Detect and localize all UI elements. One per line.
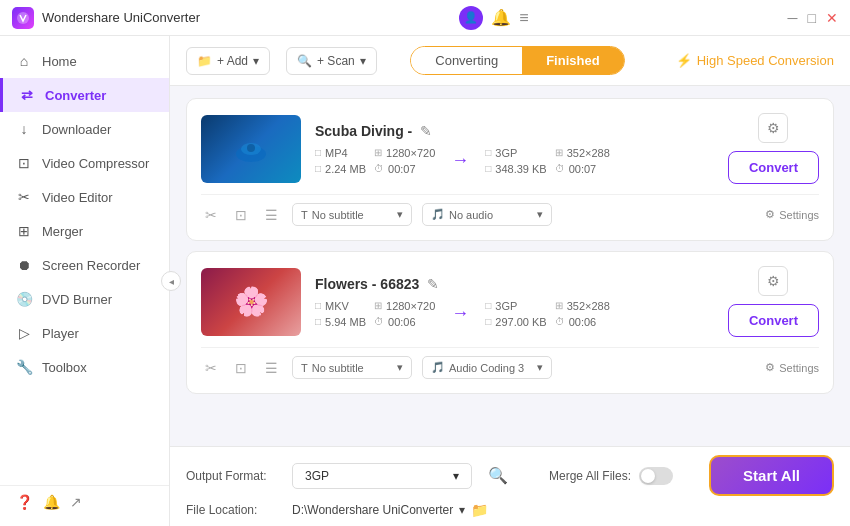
item2-info: Flowers - 66823 ✎ □ MKV □ [315,276,706,328]
item1-thumbnail [201,115,301,183]
location-chevron-icon: ▾ [459,503,465,517]
item2-settings-button[interactable]: ⚙ Settings [765,361,819,374]
item1-title: Scuba Diving - [315,123,412,139]
item2-gear-button[interactable]: ⚙ [758,266,788,296]
item2-target: □ 3GP □ 297.00 KB [485,300,546,328]
feedback-icon[interactable]: ↗ [70,494,82,510]
title-bar: Wondershare UniConverter 👤 🔔 ≡ ─ □ ✕ [0,0,850,36]
item1-info: Scuba Diving - ✎ □ MP4 □ [315,123,706,175]
sidebar-item-video-editor[interactable]: ✂ Video Editor [0,180,169,214]
sidebar-item-toolbox[interactable]: 🔧 Toolbox [0,350,169,384]
home-icon: ⌂ [16,53,32,69]
item1-source-dur: 00:07 [388,163,416,175]
arrow-icon-1: → [443,150,477,171]
sidebar-item-converter[interactable]: ⇄ Converter [0,78,169,112]
content-area: 📁 + Add ▾ 🔍 + Scan ▾ Converting Finished… [170,36,850,526]
item1-target: □ 3GP □ 348.39 KB [485,147,546,175]
sidebar-label-compressor: Video Compressor [42,156,149,171]
cut-icon-2[interactable]: ✂ [201,358,221,378]
merge-toggle-switch[interactable] [639,467,673,485]
add-files-button[interactable]: 📁 + Add ▾ [186,47,270,75]
output-format-select[interactable]: 3GP ▾ [292,463,472,489]
tab-finished[interactable]: Finished [522,47,623,74]
user-icon[interactable]: 👤 [459,6,483,30]
close-button[interactable]: ✕ [826,10,838,26]
downloader-icon: ↓ [16,121,32,137]
maximize-button[interactable]: □ [808,10,816,26]
notification-icon[interactable]: 🔔 [43,494,60,510]
item2-source-format: MKV [325,300,349,312]
format-icon: □ [315,147,321,158]
sidebar-item-screen-recorder[interactable]: ⏺ Screen Recorder [0,248,169,282]
sidebar-label-dvd: DVD Burner [42,292,112,307]
toolbox-icon: 🔧 [16,359,32,375]
sidebar-item-video-compressor[interactable]: ⊡ Video Compressor [0,146,169,180]
sidebar-item-home[interactable]: ⌂ Home [0,44,169,78]
format-scan-icon[interactable]: 🔍 [488,466,508,485]
scan-button[interactable]: 🔍 + Scan ▾ [286,47,377,75]
item1-source: □ MP4 □ 2.24 MB [315,147,366,175]
item2-target-size: 297.00 KB [495,316,546,328]
subtitle-chevron-1: ▾ [397,208,403,221]
high-speed-conversion[interactable]: ⚡ High Speed Conversion [676,53,834,68]
sidebar-item-merger[interactable]: ⊞ Merger [0,214,169,248]
more-icon-1[interactable]: ☰ [261,205,282,225]
sidebar-item-downloader[interactable]: ↓ Downloader [0,112,169,146]
cut-icon-1[interactable]: ✂ [201,205,221,225]
item2-format-icon: □ [315,300,321,311]
help-icon[interactable]: ❓ [16,494,33,510]
item1-target-extra: ⊞ 352×288 ⏱ 00:07 [555,147,610,175]
menu-icon[interactable]: ≡ [519,9,528,27]
sidebar-label-merger: Merger [42,224,83,239]
sidebar-item-player[interactable]: ▷ Player [0,316,169,350]
item2-thumbnail [201,268,301,336]
item1-target-size: 348.39 KB [495,163,546,175]
minimize-button[interactable]: ─ [788,10,798,26]
item1-target-format: 3GP [495,147,517,159]
item1-settings-button[interactable]: ⚙ Settings [765,208,819,221]
item2-source-res: 1280×720 [386,300,435,312]
item1-edit-icon[interactable]: ✎ [420,123,432,139]
item1-convert-button[interactable]: Convert [728,151,819,184]
window-controls[interactable]: ─ □ ✕ [788,10,838,26]
item2-target-dur: 00:06 [569,316,597,328]
app-title: Wondershare UniConverter [42,10,200,25]
item2-actions: ⚙ Convert [728,266,819,337]
audio-icon-1: 🎵 [431,208,445,221]
more-icon-2[interactable]: ☰ [261,358,282,378]
scan-icon: 🔍 [297,54,312,68]
start-all-button[interactable]: Start All [709,455,834,496]
sidebar-label-downloader: Downloader [42,122,111,137]
item1-gear-button[interactable]: ⚙ [758,113,788,143]
output-format-label: Output Format: [186,469,276,483]
audio-icon-2: 🎵 [431,361,445,374]
open-folder-icon[interactable]: 📁 [471,502,488,518]
item2-top: Flowers - 66823 ✎ □ MKV □ [201,266,819,337]
item2-subtitle-select[interactable]: T No subtitle ▾ [292,356,412,379]
item2-edit-icon[interactable]: ✎ [427,276,439,292]
item1-audio-select[interactable]: 🎵 No audio ▾ [422,203,552,226]
sidebar-bottom-icons: ❓ 🔔 ↗ [0,485,169,518]
item2-audio-select[interactable]: 🎵 Audio Coding 3 ▾ [422,356,552,379]
main-layout: ⌂ Home ⇄ Converter ↓ Downloader ⊡ Video … [0,36,850,526]
sidebar-item-dvd-burner[interactable]: 💿 DVD Burner [0,282,169,316]
tgt-dur-icon: ⏱ [555,163,565,174]
item1-bottom: ✂ ⊡ ☰ T No subtitle ▾ 🎵 No audio ▾ ⚙ [201,194,819,226]
sidebar-collapse-button[interactable]: ◂ [161,271,181,291]
item2-source-dur: 00:06 [388,316,416,328]
crop-icon-2[interactable]: ⊡ [231,358,251,378]
tab-converting[interactable]: Converting [411,47,522,74]
subtitle-chevron-2: ▾ [397,361,403,374]
tgt-res-icon: ⊞ [555,147,563,158]
item2-meta: □ MKV □ 5.94 MB ⊞ [315,300,706,328]
audio-chevron-1: ▾ [537,208,543,221]
crop-icon-1[interactable]: ⊡ [231,205,251,225]
item2-res-icon: ⊞ [374,300,382,311]
item1-subtitle-select[interactable]: T No subtitle ▾ [292,203,412,226]
sidebar-label-toolbox: Toolbox [42,360,87,375]
svg-point-3 [247,144,255,152]
item2-target-res: 352×288 [567,300,610,312]
title-bar-left: Wondershare UniConverter [12,7,200,29]
bell-icon[interactable]: 🔔 [491,8,511,27]
item2-convert-button[interactable]: Convert [728,304,819,337]
